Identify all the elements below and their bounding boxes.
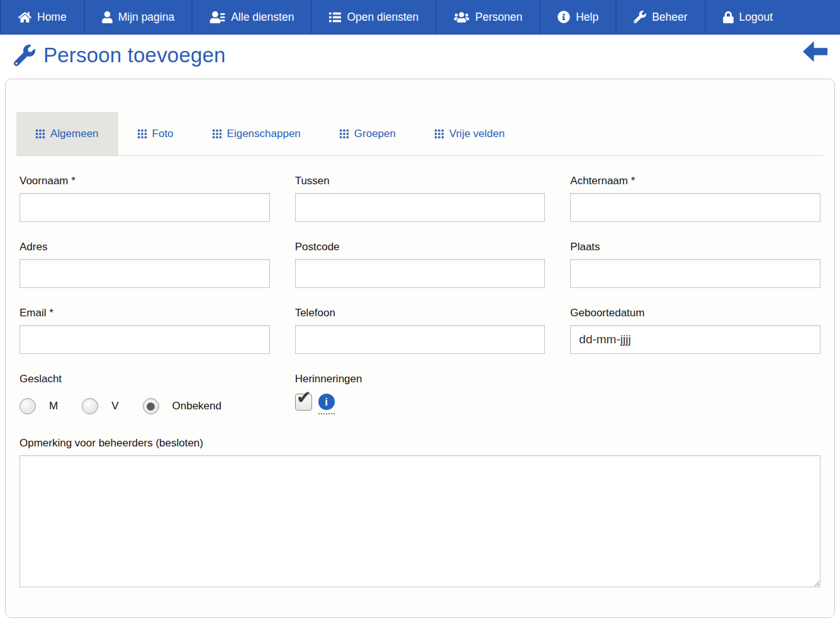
- tab-groepen[interactable]: Groepen: [320, 112, 415, 155]
- page-header: Persoon toevoegen: [0, 35, 840, 75]
- voornaam-input[interactable]: [20, 193, 270, 222]
- tussen-input[interactable]: [295, 193, 546, 222]
- field-empty: [570, 373, 820, 414]
- tab-algemeen[interactable]: Algemeen: [16, 112, 118, 155]
- users-icon: [454, 11, 469, 23]
- grid-icon: [213, 130, 221, 138]
- radio-option-v[interactable]: V: [82, 398, 118, 414]
- nav-item-help[interactable]: Help: [539, 0, 615, 34]
- radio-m[interactable]: [20, 398, 36, 414]
- email-label: Email *: [20, 307, 270, 319]
- tab-label: Foto: [152, 128, 174, 140]
- adres-input[interactable]: [20, 259, 270, 288]
- herinneringen-label: Herinneringen: [295, 373, 546, 385]
- tab-vrije-velden[interactable]: Vrije velden: [415, 112, 524, 155]
- grid-icon: [36, 130, 45, 138]
- opmerking-label: Opmerking voor beheerders (besloten): [20, 437, 820, 450]
- telefoon-label: Telefoon: [295, 307, 546, 319]
- plaats-label: Plaats: [570, 241, 820, 253]
- grid-icon: [435, 130, 444, 138]
- info-icon: i: [318, 394, 335, 410]
- field-geslacht: Geslacht M V Onbekend: [20, 373, 270, 414]
- postcode-label: Postcode: [295, 241, 546, 253]
- nav-item-beheer[interactable]: Beheer: [615, 0, 704, 34]
- nav-item-label: Mijn pagina: [118, 11, 175, 24]
- nav-item-mijn-pagina[interactable]: Mijn pagina: [84, 0, 192, 34]
- checkmark-icon: ✔: [296, 389, 311, 407]
- tussen-label: Tussen: [295, 175, 546, 187]
- email-input[interactable]: [20, 325, 270, 354]
- adres-label: Adres: [20, 241, 270, 253]
- lock-icon: [723, 11, 734, 23]
- wrench-icon: [14, 45, 35, 66]
- field-adres: Adres: [20, 241, 270, 288]
- tab-label: Eigenschappen: [227, 128, 301, 140]
- radio-v[interactable]: [82, 398, 98, 414]
- nav-item-open-diensten[interactable]: Open diensten: [311, 0, 435, 34]
- content-panel: Algemeen Foto Eigenschappen Groepen Vrij…: [5, 79, 835, 618]
- top-navbar: Home Mijn pagina Alle diensten Open dien…: [0, 0, 840, 35]
- plaats-input[interactable]: [570, 259, 820, 288]
- nav-item-logout[interactable]: Logout: [705, 0, 790, 34]
- radio-option-m[interactable]: M: [20, 398, 58, 414]
- nav-item-label: Open diensten: [347, 11, 418, 24]
- postcode-input[interactable]: [295, 259, 546, 288]
- nav-item-label: Help: [576, 11, 598, 24]
- back-arrow-icon[interactable]: [803, 41, 827, 62]
- info-circle-icon: [557, 11, 570, 23]
- person-form: Voornaam * Tussen Achternaam * Adres Pos…: [6, 175, 834, 587]
- nav-item-label: Beheer: [652, 11, 687, 24]
- radio-onbekend[interactable]: [143, 398, 159, 414]
- achternaam-label: Achternaam *: [570, 175, 820, 187]
- nav-item-home[interactable]: Home: [0, 0, 84, 34]
- telefoon-input[interactable]: [295, 325, 546, 354]
- field-herinneringen: Herinneringen ✔ i: [295, 373, 546, 414]
- voornaam-label: Voornaam *: [20, 175, 270, 187]
- field-tussen: Tussen: [295, 175, 546, 222]
- geslacht-options: M V Onbekend: [20, 398, 270, 414]
- tab-eigenschappen[interactable]: Eigenschappen: [193, 112, 320, 155]
- page-title: Persoon toevoegen: [43, 43, 226, 67]
- tabstrip: Algemeen Foto Eigenschappen Groepen Vrij…: [16, 112, 824, 156]
- grid-icon: [340, 130, 349, 138]
- achternaam-input[interactable]: [570, 193, 820, 222]
- nav-item-personen[interactable]: Personen: [435, 0, 539, 34]
- radio-m-label: M: [49, 400, 58, 412]
- wrench-icon: [634, 11, 646, 23]
- nav-item-alle-diensten[interactable]: Alle diensten: [191, 0, 311, 34]
- tab-foto[interactable]: Foto: [118, 112, 193, 155]
- nav-item-label: Logout: [739, 11, 773, 24]
- radio-v-label: V: [111, 400, 118, 412]
- herinneringen-info[interactable]: i: [318, 394, 335, 414]
- nav-item-label: Personen: [475, 11, 522, 24]
- field-postcode: Postcode: [295, 241, 546, 288]
- geslacht-label: Geslacht: [20, 373, 270, 385]
- radio-onbekend-label: Onbekend: [172, 400, 221, 412]
- field-voornaam: Voornaam *: [20, 175, 270, 222]
- grid-icon: [138, 130, 147, 138]
- field-telefoon: Telefoon: [295, 307, 546, 354]
- opmerking-textarea[interactable]: [20, 455, 820, 587]
- field-opmerking: Opmerking voor beheerders (besloten): [20, 437, 820, 587]
- field-email: Email *: [20, 307, 270, 354]
- field-plaats: Plaats: [570, 241, 820, 288]
- field-achternaam: Achternaam *: [570, 175, 820, 222]
- geboortedatum-label: Geboortedatum: [570, 307, 820, 319]
- tab-label: Groepen: [354, 128, 396, 140]
- radio-option-onbekend[interactable]: Onbekend: [143, 398, 221, 414]
- nav-item-label: Home: [37, 11, 67, 24]
- tab-label: Algemeen: [50, 128, 99, 140]
- user-icon: [102, 11, 113, 23]
- herinneringen-checkbox[interactable]: ✔: [295, 394, 312, 411]
- user-list-icon: [210, 11, 225, 23]
- list-icon: [329, 11, 341, 23]
- geboortedatum-input[interactable]: [570, 325, 820, 354]
- home-icon: [18, 11, 31, 23]
- field-geboortedatum: Geboortedatum: [570, 307, 820, 354]
- tab-label: Vrije velden: [449, 128, 505, 140]
- nav-item-label: Alle diensten: [231, 11, 294, 24]
